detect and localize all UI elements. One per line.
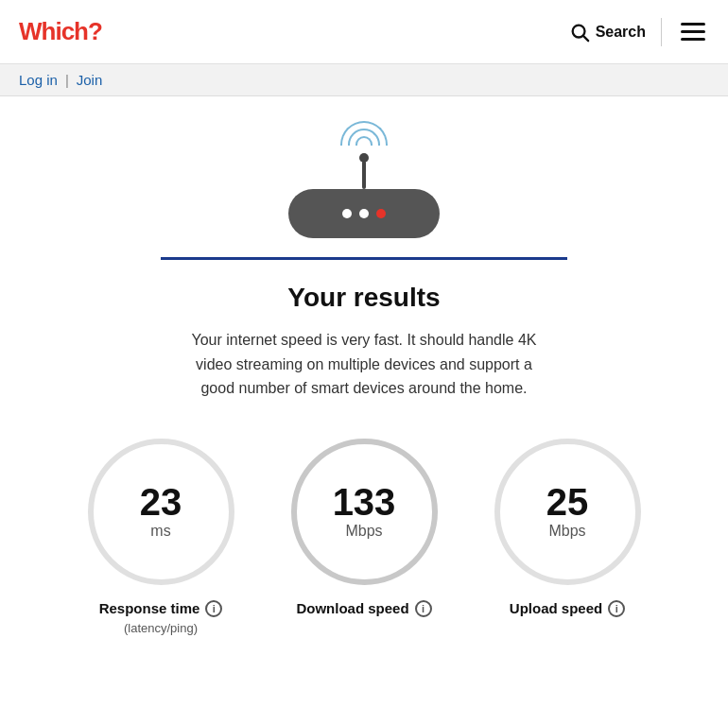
header-right: Search <box>569 18 709 46</box>
dot-red <box>376 209 386 218</box>
metric-label-response: Response time <box>99 600 200 616</box>
antenna-container <box>336 115 392 189</box>
results-description: Your internet speed is very fast. It sho… <box>184 328 544 401</box>
metric-label-row-download: Download speed i <box>296 600 431 617</box>
metric-value-upload: 25 <box>546 483 589 521</box>
logo-mark: ? <box>88 17 102 45</box>
join-link[interactable]: Join <box>77 72 103 88</box>
search-label: Search <box>596 24 646 41</box>
metric-unit-upload: Mbps <box>548 523 585 540</box>
info-icon-response[interactable]: i <box>205 600 222 617</box>
router-body <box>288 189 440 238</box>
metric-label-row-upload: Upload speed i <box>510 600 625 617</box>
router-dots <box>342 209 386 218</box>
blue-divider <box>161 257 567 260</box>
metric-label-upload: Upload speed <box>510 600 602 616</box>
metric-unit-download: Mbps <box>345 523 382 540</box>
metric-upload-speed: 25 Mbps Upload speed i <box>494 439 641 617</box>
antenna-stick <box>362 161 366 189</box>
svg-line-1 <box>583 36 588 41</box>
sub-nav: Log in | Join <box>0 64 728 96</box>
header: Which? Search <box>0 0 728 64</box>
metric-download-speed: 133 Mbps Download speed i <box>291 439 438 617</box>
logo[interactable]: Which? <box>19 17 102 46</box>
main-content: Your results Your internet speed is very… <box>0 96 728 688</box>
metric-label-row-response: Response time i <box>99 600 223 617</box>
hamburger-line-1 <box>681 23 705 26</box>
metric-sublabel-response: (latency/ping) <box>124 621 198 635</box>
header-divider <box>661 18 662 46</box>
metric-label-download: Download speed <box>296 600 408 616</box>
dot-white-2 <box>359 209 369 218</box>
menu-button[interactable] <box>677 19 709 44</box>
metric-response-time: 23 ms Response time i (latency/ping) <box>88 439 234 635</box>
search-icon <box>569 22 590 43</box>
logo-text: Which <box>19 17 88 45</box>
info-icon-upload[interactable]: i <box>608 600 625 617</box>
metric-circle-download: 133 Mbps <box>291 439 438 585</box>
hamburger-line-2 <box>681 30 705 33</box>
metric-value-download: 133 <box>333 483 396 521</box>
hamburger-line-3 <box>681 38 705 41</box>
metric-value-response: 23 <box>140 483 182 521</box>
login-link[interactable]: Log in <box>19 72 58 88</box>
router-illustration <box>269 115 459 238</box>
info-icon-download[interactable]: i <box>415 600 432 617</box>
metrics-row: 23 ms Response time i (latency/ping) 133… <box>19 439 709 635</box>
search-button[interactable]: Search <box>569 22 646 43</box>
dot-white-1 <box>342 209 352 218</box>
metric-circle-upload: 25 Mbps <box>494 439 641 585</box>
metric-unit-response: ms <box>150 523 170 540</box>
signal-waves <box>336 115 392 153</box>
sub-nav-separator: | <box>65 72 69 88</box>
metric-circle-response: 23 ms <box>88 439 234 585</box>
results-heading: Your results <box>287 283 440 313</box>
